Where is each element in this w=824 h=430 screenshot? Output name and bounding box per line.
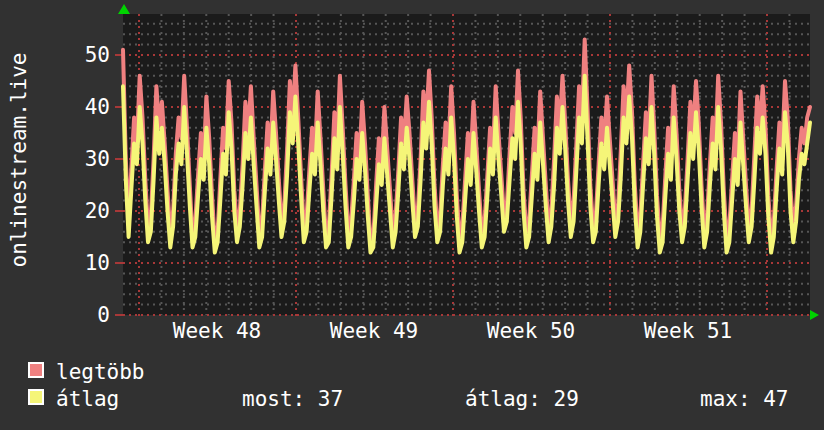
stat-atlag: átlag: 29 bbox=[465, 388, 579, 410]
y-tick-label-50: 50 bbox=[30, 44, 110, 66]
y-tick-label-20: 20 bbox=[30, 200, 110, 222]
y-tick-label-10: 10 bbox=[30, 252, 110, 274]
legend-swatch-legtobb bbox=[28, 362, 44, 378]
x-tick-label-week49: Week 49 bbox=[304, 320, 444, 342]
x-tick-label-week50: Week 50 bbox=[461, 320, 601, 342]
x-tick-label-week48: Week 48 bbox=[147, 320, 287, 342]
x-tick-label-week51: Week 51 bbox=[618, 320, 758, 342]
stat-max: max: 47 bbox=[700, 388, 789, 410]
rrd-graph: onlinestream.live 50 40 30 20 10 0 Week … bbox=[0, 0, 824, 430]
legend-label-atlag: átlag bbox=[56, 388, 119, 410]
legend-label-legtobb: legtöbb bbox=[56, 361, 145, 383]
legend-swatch-atlag bbox=[28, 389, 44, 405]
vertical-axis-title: onlinestream.live bbox=[8, 53, 30, 268]
stat-most: most: 37 bbox=[242, 388, 343, 410]
y-tick-label-30: 30 bbox=[30, 148, 110, 170]
y-tick-label-0: 0 bbox=[30, 304, 110, 326]
y-tick-label-40: 40 bbox=[30, 96, 110, 118]
